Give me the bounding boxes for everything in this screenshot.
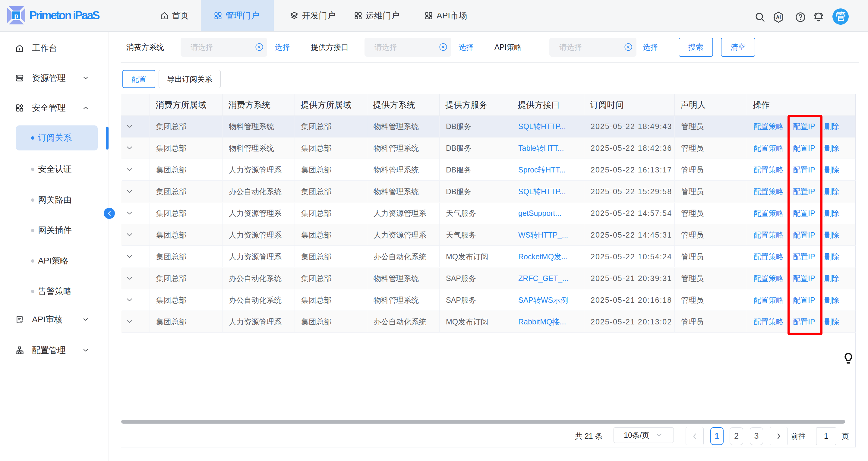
- svg-text:p: p: [14, 12, 19, 20]
- svg-text:AI: AI: [776, 14, 781, 20]
